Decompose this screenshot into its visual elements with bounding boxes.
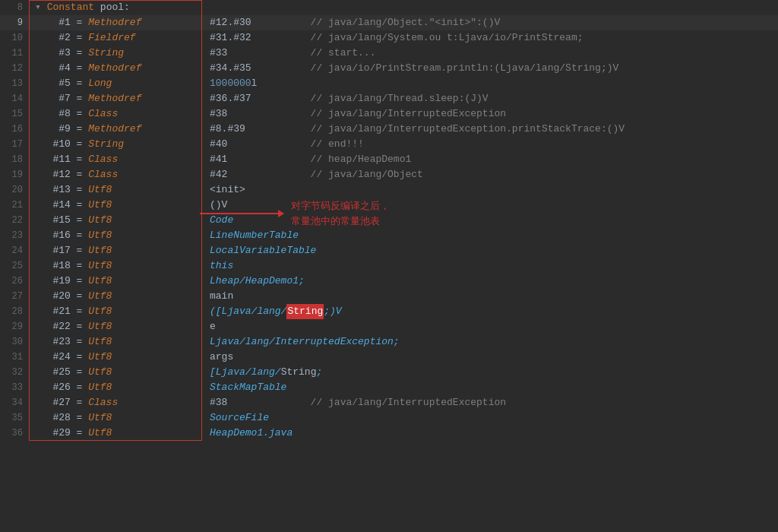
- token: Utf8: [88, 274, 112, 289]
- token: HeapDemo1.java: [210, 426, 293, 441]
- right-col-30: Ljava/lang/InterruptedException;: [196, 334, 778, 350]
- left-col-9: #1 = Methodref: [29, 15, 196, 30]
- right-col-12: #34.#35 // java/io/PrintStream.println:(…: [196, 61, 778, 76]
- left-col-22: #15 = Utf8: [29, 213, 196, 228]
- token: Utf8: [88, 410, 112, 426]
- token: String: [286, 304, 324, 319]
- right-col-35: SourceFile: [196, 410, 778, 426]
- token: Utf8: [88, 258, 112, 274]
- token: #14 =: [35, 198, 88, 213]
- token: #2 =: [35, 30, 88, 46]
- token: 1000000: [210, 76, 251, 91]
- token: #3 =: [35, 46, 88, 61]
- token: Ljava/lang/InterruptedException;: [210, 334, 400, 350]
- right-col-26: Lheap/HeapDemo1;: [196, 274, 778, 289]
- token: String: [88, 137, 124, 152]
- line-number-19: 19: [0, 167, 29, 182]
- token: #5 =: [35, 76, 88, 91]
- code-row-18: #11 = Class#41 // heap/HeapDemo1: [29, 152, 778, 167]
- right-col-14: #36.#37 // java/lang/Thread.sleep:(J)V: [196, 91, 778, 106]
- token: LocalVariableTable: [210, 243, 316, 258]
- line-number-28: 28: [0, 304, 29, 319]
- line-number-14: 14: [0, 91, 29, 106]
- token: #12.#30: [210, 15, 251, 30]
- token: ([Ljava/lang/: [210, 304, 286, 319]
- token: Utf8: [88, 182, 112, 198]
- token: Utf8: [88, 365, 112, 380]
- token: #18 =: [35, 258, 88, 274]
- left-col-13: #5 = Long: [29, 76, 196, 91]
- code-row-12: #4 = Methodref#34.#35 // java/io/PrintSt…: [29, 61, 778, 76]
- token: String: [281, 365, 317, 380]
- token: LineNumberTable: [210, 228, 299, 243]
- code-row-9: #1 = Methodref#12.#30 // java/lang/Objec…: [29, 15, 778, 30]
- token: Class: [88, 395, 118, 410]
- right-col-34: #38 // java/lang/InterruptedException: [196, 395, 778, 410]
- token: Long: [88, 76, 112, 91]
- annotation-text-line1: 对字节码反编译之后，: [291, 199, 390, 213]
- token: #24 =: [35, 350, 88, 365]
- right-col-24: LocalVariableTable: [196, 243, 778, 258]
- token: Utf8: [88, 350, 112, 365]
- line-number-26: 26: [0, 274, 29, 289]
- token: Utf8: [88, 304, 112, 319]
- token: #4 =: [35, 61, 88, 76]
- line-number-12: 12: [0, 61, 29, 76]
- right-col-17: #40 // end!!!: [196, 137, 778, 152]
- right-col-13: 1000000l: [196, 76, 778, 91]
- token: [Ljava/lang/: [210, 365, 281, 380]
- code-row-22: #15 = Utf8Code: [29, 213, 778, 228]
- right-col-15: #38 // java/lang/InterruptedException: [196, 106, 778, 122]
- token: ;)V: [324, 304, 341, 319]
- token: // java/lang/InterruptedException.printS…: [245, 122, 625, 137]
- left-col-26: #19 = Utf8: [29, 274, 196, 289]
- right-col-9: #12.#30 // java/lang/Object."<init>":()V: [196, 15, 778, 30]
- token: main: [210, 289, 233, 304]
- left-col-19: #12 = Class: [29, 167, 196, 182]
- code-row-36: #29 = Utf8HeapDemo1.java: [29, 426, 778, 441]
- token: // java/lang/InterruptedException: [227, 106, 506, 122]
- line-number-23: 23: [0, 228, 29, 243]
- code-row-23: #16 = Utf8LineNumberTable: [29, 228, 778, 243]
- line-number-16: 16: [0, 122, 29, 137]
- token: #34.#35: [210, 61, 251, 76]
- right-col-16: #8.#39 // java/lang/InterruptedException…: [196, 122, 778, 137]
- token: ()V: [210, 198, 227, 213]
- right-col-11: #33 // start...: [196, 46, 778, 61]
- token: #16 =: [35, 228, 88, 243]
- token: #41: [210, 152, 227, 167]
- left-col-8: ▾ Constant pool:: [29, 0, 196, 15]
- token: Utf8: [88, 198, 112, 213]
- token: ▾: [35, 0, 47, 15]
- left-col-35: #28 = Utf8: [29, 410, 196, 426]
- token: <init>: [210, 182, 245, 198]
- line-number-17: 17: [0, 137, 29, 152]
- left-col-27: #20 = Utf8: [29, 289, 196, 304]
- left-col-14: #7 = Methodref: [29, 91, 196, 106]
- right-col-32: [Ljava/lang/String;: [196, 365, 778, 380]
- line-number-20: 20: [0, 182, 29, 198]
- token: Utf8: [88, 319, 112, 334]
- annotation-arrow-container: [200, 213, 283, 214]
- token: #38: [210, 395, 227, 410]
- line-number-18: 18: [0, 152, 29, 167]
- left-col-21: #14 = Utf8: [29, 198, 196, 213]
- code-row-28: #21 = Utf8([Ljava/lang/String;)V: [29, 304, 778, 319]
- token: Class: [88, 152, 118, 167]
- left-col-34: #27 = Class: [29, 395, 196, 410]
- left-col-36: #29 = Utf8: [29, 426, 196, 441]
- token: Constant: [47, 0, 94, 15]
- code-row-35: #28 = Utf8SourceFile: [29, 410, 778, 426]
- token: #36.#37: [210, 91, 251, 106]
- token: ;: [316, 365, 322, 380]
- token: Utf8: [88, 243, 112, 258]
- left-col-11: #3 = String: [29, 46, 196, 61]
- arrow-head: [278, 210, 284, 217]
- token: #13 =: [35, 182, 88, 198]
- line-number-15: 15: [0, 106, 29, 122]
- token: Methodref: [88, 15, 141, 30]
- left-col-10: #2 = Fieldref: [29, 30, 196, 46]
- line-number-36: 36: [0, 426, 29, 441]
- token: #17 =: [35, 243, 88, 258]
- left-col-32: #25 = Utf8: [29, 365, 196, 380]
